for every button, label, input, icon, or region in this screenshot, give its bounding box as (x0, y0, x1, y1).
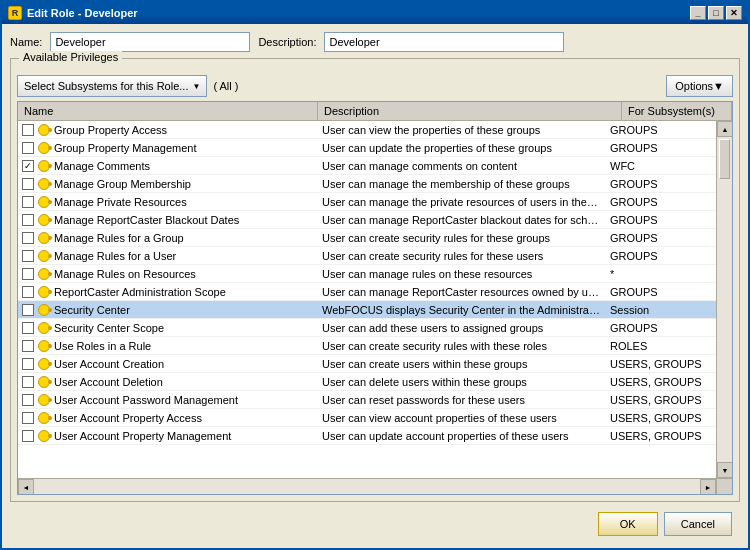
row-checkbox[interactable] (22, 232, 34, 244)
table-row[interactable]: Security CenterWebFOCUS displays Securit… (18, 301, 716, 319)
title-controls: _ □ ✕ (690, 6, 742, 20)
row-checkbox[interactable] (22, 286, 34, 298)
table-row[interactable]: Manage Group MembershipUser can manage t… (18, 175, 716, 193)
row-icon (37, 123, 51, 137)
row-name-text: Manage Rules for a User (54, 250, 176, 262)
row-checkbox[interactable] (22, 394, 34, 406)
row-checkbox[interactable] (22, 322, 34, 334)
row-desc-cell: User can update the properties of these … (318, 141, 606, 155)
row-name-text: Manage ReportCaster Blackout Dates (54, 214, 239, 226)
row-name-cell: ReportCaster Administration Scope (18, 284, 318, 300)
row-name-text: User Account Creation (54, 358, 164, 370)
row-name-cell: Use Roles in a Rule (18, 338, 318, 354)
options-button[interactable]: Options▼ (666, 75, 733, 97)
row-checkbox[interactable] (22, 376, 34, 388)
table-header: Name Description For Subsystem(s) (18, 102, 732, 121)
minimize-button[interactable]: _ (690, 6, 706, 20)
title-bar: R Edit Role - Developer _ □ ✕ (2, 2, 748, 24)
row-checkbox[interactable] (22, 430, 34, 442)
table-row[interactable]: Manage Rules on ResourcesUser can manage… (18, 265, 716, 283)
table-row[interactable]: ReportCaster Administration ScopeUser ca… (18, 283, 716, 301)
row-name-text: User Account Property Access (54, 412, 202, 424)
group-box-inner: Select Subsystems for this Role... ▼ ( A… (11, 69, 739, 501)
maximize-button[interactable]: □ (708, 6, 724, 20)
h-scroll-track[interactable] (34, 479, 700, 495)
scroll-track[interactable] (717, 137, 732, 462)
row-checkbox[interactable] (22, 412, 34, 424)
scroll-right-button[interactable]: ► (700, 479, 716, 495)
toolbar-row: Select Subsystems for this Role... ▼ ( A… (17, 75, 733, 97)
row-icon (37, 195, 51, 209)
row-desc-cell: User can view the properties of these gr… (318, 123, 606, 137)
vertical-scrollbar[interactable]: ▲ ▼ (716, 121, 732, 478)
scroll-down-button[interactable]: ▼ (717, 462, 732, 478)
table-row[interactable]: User Account Property ManagementUser can… (18, 427, 716, 445)
table-row[interactable]: Group Property ManagementUser can update… (18, 139, 716, 157)
row-icon (37, 249, 51, 263)
row-desc-cell: User can create security rules for these… (318, 231, 606, 245)
row-icon (37, 357, 51, 371)
table-row[interactable]: Use Roles in a RuleUser can create secur… (18, 337, 716, 355)
table-scroll-area: Group Property AccessUser can view the p… (18, 121, 732, 478)
row-subsystem-cell: Session (606, 303, 716, 317)
row-icon (37, 429, 51, 443)
row-name-text: User Account Property Management (54, 430, 231, 442)
cancel-button[interactable]: Cancel (664, 512, 732, 536)
row-checkbox[interactable] (22, 196, 34, 208)
privileges-group-title: Available Privileges (19, 51, 122, 63)
subsystem-dropdown[interactable]: Select Subsystems for this Role... ▼ (17, 75, 207, 97)
row-checkbox[interactable] (22, 268, 34, 280)
row-name-text: Group Property Management (54, 142, 196, 154)
row-checkbox[interactable] (22, 142, 34, 154)
row-icon (37, 393, 51, 407)
row-icon (37, 321, 51, 335)
row-desc-cell: WebFOCUS displays Security Center in the… (318, 303, 606, 317)
table-row[interactable]: User Account Property AccessUser can vie… (18, 409, 716, 427)
table-row[interactable]: Manage Private ResourcesUser can manage … (18, 193, 716, 211)
row-checkbox[interactable] (22, 358, 34, 370)
table-body[interactable]: Group Property AccessUser can view the p… (18, 121, 716, 478)
row-name-cell: User Account Property Access (18, 410, 318, 426)
table-row[interactable]: Manage Rules for a UserUser can create s… (18, 247, 716, 265)
window-title: Edit Role - Developer (27, 7, 138, 19)
row-subsystem-cell: GROUPS (606, 249, 716, 263)
row-checkbox[interactable] (22, 250, 34, 262)
table-row[interactable]: Manage ReportCaster Blackout DatesUser c… (18, 211, 716, 229)
row-icon (37, 267, 51, 281)
row-subsystem-cell: USERS, GROUPS (606, 429, 716, 443)
table-row[interactable]: Group Property AccessUser can view the p… (18, 121, 716, 139)
table-row[interactable]: Manage Rules for a GroupUser can create … (18, 229, 716, 247)
row-desc-cell: User can manage comments on content (318, 159, 606, 173)
row-subsystem-cell: USERS, GROUPS (606, 375, 716, 389)
table-row[interactable]: User Account Password ManagementUser can… (18, 391, 716, 409)
row-checkbox[interactable] (22, 178, 34, 190)
row-subsystem-cell: USERS, GROUPS (606, 411, 716, 425)
col-subsystem-header: For Subsystem(s) (622, 102, 732, 120)
close-button[interactable]: ✕ (726, 6, 742, 20)
row-checkbox[interactable] (22, 340, 34, 352)
table-row[interactable]: User Account DeletionUser can delete use… (18, 373, 716, 391)
row-subsystem-cell: GROUPS (606, 285, 716, 299)
table-row[interactable]: Manage CommentsUser can manage comments … (18, 157, 716, 175)
row-desc-cell: User can reset passwords for these users (318, 393, 606, 407)
row-icon (37, 213, 51, 227)
row-name-cell: Manage Group Membership (18, 176, 318, 192)
desc-field[interactable] (324, 32, 564, 52)
table-row[interactable]: Security Center ScopeUser can add these … (18, 319, 716, 337)
all-label: ( All ) (213, 80, 238, 92)
scroll-thumb[interactable] (719, 139, 730, 179)
row-checkbox[interactable] (22, 160, 34, 172)
row-name-cell: Security Center Scope (18, 320, 318, 336)
row-checkbox[interactable] (22, 214, 34, 226)
table-row[interactable]: User Account CreationUser can create use… (18, 355, 716, 373)
edit-role-window: R Edit Role - Developer _ □ ✕ Name: Desc… (0, 0, 750, 550)
row-checkbox[interactable] (22, 304, 34, 316)
row-desc-cell: User can add these users to assigned gro… (318, 321, 606, 335)
row-icon (37, 339, 51, 353)
scroll-left-button[interactable]: ◄ (18, 479, 34, 495)
ok-button[interactable]: OK (598, 512, 658, 536)
name-field[interactable] (50, 32, 250, 52)
scroll-up-button[interactable]: ▲ (717, 121, 732, 137)
row-subsystem-cell: USERS, GROUPS (606, 393, 716, 407)
row-checkbox[interactable] (22, 124, 34, 136)
